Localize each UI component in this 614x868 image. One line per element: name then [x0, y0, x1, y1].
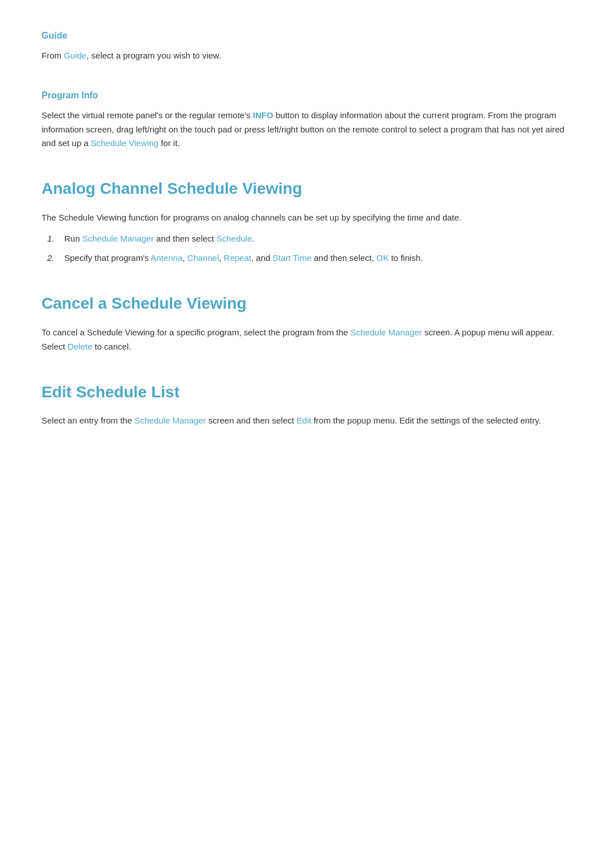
- step-1-prefix: Run: [64, 234, 82, 243]
- step-2-suffix: to finish.: [389, 253, 423, 263]
- edit-schedule-title: Edit Schedule List: [42, 380, 572, 405]
- antenna-link[interactable]: Antenna: [151, 253, 182, 263]
- step-2-middle: and then select,: [312, 253, 376, 263]
- program-info-section: Program Info Select the virtual remote p…: [42, 88, 572, 151]
- schedule-manager-link-3[interactable]: Schedule Manager: [134, 416, 206, 425]
- info-link[interactable]: INFO: [253, 110, 273, 120]
- cancel-prefix: To cancel a Schedule Viewing for a speci…: [42, 327, 350, 337]
- guide-section: Guide From Guide, select a program you w…: [42, 28, 572, 63]
- program-info-prefix: Select the virtual remote panel's or the…: [42, 110, 253, 120]
- program-info-body: Select the virtual remote panel's or the…: [42, 109, 572, 151]
- step-1-suffix: .: [252, 234, 254, 243]
- program-info-suffix: for it.: [159, 138, 180, 148]
- edit-prefix: Select an entry from the: [42, 416, 134, 425]
- step-2: 2. Specify that program's Antenna, Chann…: [47, 251, 572, 265]
- guide-title: Guide: [42, 28, 572, 43]
- edit-suffix: from the popup menu. Edit the settings o…: [311, 416, 541, 425]
- step-2-sep3: , and: [251, 253, 273, 263]
- edit-schedule-section: Edit Schedule List Select an entry from …: [42, 380, 572, 429]
- cancel-schedule-section: Cancel a Schedule Viewing To cancel a Sc…: [42, 291, 572, 354]
- analog-channel-steps: 1. Run Schedule Manager and then select …: [42, 232, 572, 266]
- channel-link[interactable]: Channel: [187, 253, 219, 263]
- step-1: 1. Run Schedule Manager and then select …: [47, 232, 572, 246]
- guide-body: From Guide, select a program you wish to…: [42, 49, 572, 63]
- cancel-suffix: to cancel.: [92, 342, 131, 351]
- schedule-link[interactable]: Schedule: [217, 234, 252, 243]
- guide-prefix: From: [42, 51, 64, 60]
- edit-link[interactable]: Edit: [297, 416, 312, 425]
- step-1-middle: and then select: [154, 234, 217, 243]
- repeat-link[interactable]: Repeat: [224, 253, 251, 263]
- start-time-link[interactable]: Start Time: [272, 253, 311, 263]
- program-info-title: Program Info: [42, 88, 572, 103]
- ok-link[interactable]: OK: [376, 253, 389, 263]
- schedule-manager-link-2[interactable]: Schedule Manager: [350, 327, 422, 337]
- delete-link[interactable]: Delete: [68, 342, 92, 351]
- schedule-viewing-link[interactable]: Schedule Viewing: [91, 138, 159, 148]
- step-2-content: Specify that program's Antenna, Channel,…: [64, 251, 572, 265]
- analog-channel-section: Analog Channel Schedule Viewing The Sche…: [42, 176, 572, 265]
- step-1-content: Run Schedule Manager and then select Sch…: [64, 232, 572, 246]
- analog-channel-intro: The Schedule Viewing function for progra…: [42, 211, 572, 225]
- step-1-number: 1.: [47, 232, 64, 246]
- guide-link[interactable]: Guide: [64, 51, 86, 60]
- step-2-prefix: Specify that program's: [64, 253, 151, 263]
- analog-channel-title: Analog Channel Schedule Viewing: [42, 176, 572, 202]
- edit-middle: screen and then select: [206, 416, 296, 425]
- schedule-manager-link-1[interactable]: Schedule Manager: [82, 234, 154, 243]
- step-2-sep2: ,: [219, 253, 223, 263]
- step-2-number: 2.: [47, 251, 64, 265]
- cancel-schedule-body: To cancel a Schedule Viewing for a speci…: [42, 326, 572, 354]
- guide-suffix: , select a program you wish to view.: [86, 51, 221, 60]
- edit-schedule-body: Select an entry from the Schedule Manage…: [42, 414, 572, 428]
- cancel-schedule-title: Cancel a Schedule Viewing: [42, 291, 572, 317]
